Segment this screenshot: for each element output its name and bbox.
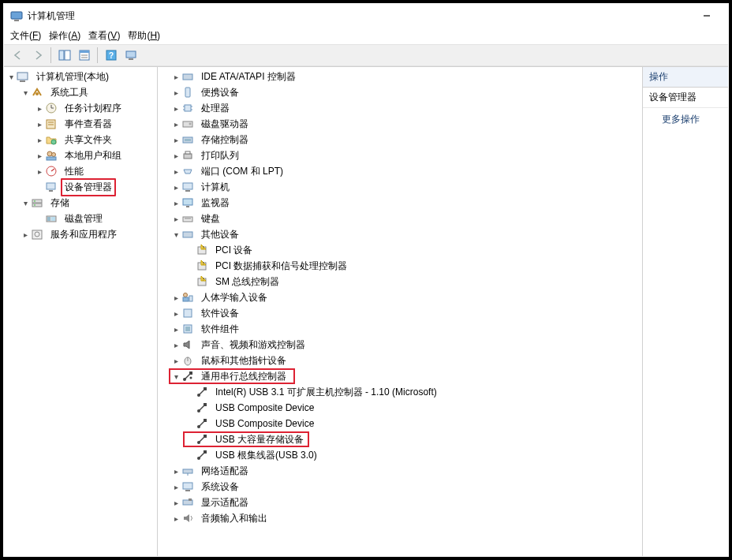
expand-icon[interactable]: ▸: [170, 181, 181, 192]
expand-icon[interactable]: ▸: [170, 292, 181, 303]
actions-more[interactable]: 更多操作: [643, 108, 728, 131]
svg-point-22: [51, 140, 56, 144]
dev-computer[interactable]: ▸计算机: [169, 179, 642, 195]
expand-icon[interactable]: ▸: [170, 118, 181, 129]
dev-system[interactable]: ▸系统设备: [169, 479, 642, 495]
dev-hid[interactable]: ▸人体学输入设备: [169, 289, 642, 305]
dev-sm-bus[interactable]: ▸!SM 总线控制器: [183, 274, 642, 289]
dev-keyboard[interactable]: ▸键盘: [169, 211, 642, 226]
expand-icon[interactable]: ▸: [170, 355, 181, 366]
help-button[interactable]: ?: [102, 47, 120, 64]
dev-usb-composite-2[interactable]: ▸USB Composite Device: [183, 416, 642, 431]
dev-print-queues[interactable]: ▸打印队列: [169, 147, 642, 163]
svg-point-65: [184, 293, 188, 297]
expand-icon[interactable]: ▸: [170, 513, 181, 524]
svg-rect-51: [185, 151, 190, 154]
properties-button[interactable]: [75, 47, 93, 64]
refresh-button[interactable]: [121, 47, 140, 64]
menu-file[interactable]: 文件(F): [10, 29, 41, 43]
expand-icon[interactable]: ▸: [170, 103, 181, 114]
menu-view[interactable]: 查看(V): [88, 29, 120, 43]
expand-icon[interactable]: ▸: [170, 134, 181, 145]
collapse-icon[interactable]: ▾: [20, 197, 31, 208]
svg-rect-68: [184, 309, 192, 317]
dev-usb-root-hub[interactable]: ▸USB 根集线器(USB 3.0): [183, 447, 642, 463]
sound-icon: [181, 338, 194, 351]
expand-icon[interactable]: ▸: [34, 134, 45, 145]
svg-rect-39: [183, 74, 192, 80]
tree-device-manager[interactable]: ▸设备管理器: [32, 179, 157, 195]
dev-software-components[interactable]: ▸软件组件: [169, 321, 642, 337]
expand-icon[interactable]: ▸: [20, 229, 31, 240]
dev-storage-ctrl[interactable]: ▸存储控制器: [169, 132, 642, 147]
minimize-button[interactable]: [695, 8, 719, 24]
back-button[interactable]: [9, 47, 27, 64]
tree-system-tools[interactable]: ▾ 系统工具: [18, 84, 157, 100]
expand-icon[interactable]: ▸: [34, 103, 45, 114]
dev-audio-io[interactable]: ▸音频输入和输出: [169, 510, 642, 526]
dev-mouse[interactable]: ▸鼠标和其他指针设备: [169, 353, 642, 368]
svg-rect-82: [204, 403, 207, 406]
port-icon: [181, 165, 194, 177]
dev-portable[interactable]: ▸便携设备: [169, 84, 642, 100]
expand-icon[interactable]: ▸: [34, 118, 45, 129]
forward-button[interactable]: [28, 47, 47, 64]
tree-event-viewer[interactable]: ▸事件查看器: [32, 116, 157, 132]
dev-cpu[interactable]: ▸处理器: [169, 100, 642, 116]
dev-ide[interactable]: ▸IDE ATA/ATAPI 控制器: [169, 69, 642, 84]
tree-shared-folders[interactable]: ▸共享文件夹: [32, 132, 157, 147]
dev-usb-intel[interactable]: ▸Intel(R) USB 3.1 可扩展主机控制器 - 1.10 (Micro…: [183, 384, 642, 400]
expand-icon[interactable]: ▸: [170, 497, 181, 508]
dev-software-devices[interactable]: ▸软件设备: [169, 305, 642, 321]
dev-display[interactable]: ▸显示适配器: [169, 495, 642, 510]
expand-icon[interactable]: ▸: [170, 339, 181, 350]
disk-drive-icon: [181, 118, 194, 130]
expand-icon[interactable]: ▸: [34, 150, 45, 161]
tree-local-users[interactable]: ▸本地用户和组: [32, 147, 157, 163]
expand-icon[interactable]: ▸: [170, 197, 181, 208]
tree-task-scheduler[interactable]: ▸任务计划程序: [32, 100, 157, 116]
menu-help[interactable]: 帮助(H): [128, 29, 160, 43]
collapse-icon[interactable]: ▾: [20, 87, 31, 98]
svg-point-24: [52, 153, 56, 157]
expand-icon[interactable]: ▸: [170, 465, 181, 476]
menu-action[interactable]: 操作(A): [49, 29, 80, 43]
expand-icon[interactable]: ▸: [170, 87, 181, 98]
dev-usb-mass-storage[interactable]: ▸USB 大容量存储设备: [183, 431, 309, 447]
dev-network[interactable]: ▸网络适配器: [169, 463, 642, 479]
tree-disk-management[interactable]: ▸磁盘管理: [32, 211, 157, 226]
expand-icon[interactable]: ▸: [170, 166, 181, 177]
expand-icon[interactable]: ▸: [170, 481, 181, 492]
collapse-icon[interactable]: ▾: [170, 229, 181, 240]
show-hide-tree-button[interactable]: [55, 47, 73, 64]
main-body: ▾ 计算机管理(本地) ▾ 系统工具 ▸任务计划程序: [4, 66, 728, 556]
dev-pci-device[interactable]: ▸!PCI 设备: [183, 242, 642, 258]
dev-ports[interactable]: ▸端口 (COM 和 LPT): [169, 163, 642, 179]
expand-icon[interactable]: ▸: [170, 150, 181, 161]
console-tree-panel[interactable]: ▾ 计算机管理(本地) ▾ 系统工具 ▸任务计划程序: [4, 67, 158, 556]
dev-pci-capture[interactable]: ▸!PCI 数据捕获和信号处理控制器: [183, 258, 642, 274]
dev-usb-controllers[interactable]: ▾通用串行总线控制器: [169, 368, 295, 384]
services-icon: [31, 228, 43, 241]
tree-services-apps[interactable]: ▸服务和应用程序: [18, 226, 157, 242]
expand-icon[interactable]: ▸: [170, 213, 181, 224]
dev-monitor[interactable]: ▸监视器: [169, 195, 642, 211]
collapse-icon[interactable]: ▾: [6, 71, 17, 82]
tree-performance[interactable]: ▸性能: [32, 163, 157, 179]
keyboard-icon: [181, 212, 194, 225]
dev-other-devices[interactable]: ▾其他设备: [169, 226, 642, 242]
device-tree-panel[interactable]: ▸IDE ATA/ATAPI 控制器 ▸便携设备 ▸处理器 ▸磁盘驱动器 ▸存储…: [158, 67, 643, 556]
dev-usb-composite-1[interactable]: ▸USB Composite Device: [183, 400, 642, 416]
dev-disk-drives[interactable]: ▸磁盘驱动器: [169, 116, 642, 132]
dev-sound[interactable]: ▸声音、视频和游戏控制器: [169, 337, 642, 353]
expand-icon[interactable]: ▸: [170, 323, 181, 334]
svg-rect-11: [126, 51, 136, 58]
collapse-icon[interactable]: ▾: [170, 371, 181, 382]
software-component-icon: [181, 323, 194, 335]
tree-root-computer-mgmt[interactable]: ▾ 计算机管理(本地): [4, 69, 157, 84]
expand-icon[interactable]: ▸: [34, 166, 45, 177]
expand-icon[interactable]: ▸: [170, 308, 181, 319]
tree-storage[interactable]: ▾ 存储: [18, 195, 157, 211]
expand-icon[interactable]: ▸: [170, 71, 181, 82]
svg-rect-53: [185, 190, 190, 192]
